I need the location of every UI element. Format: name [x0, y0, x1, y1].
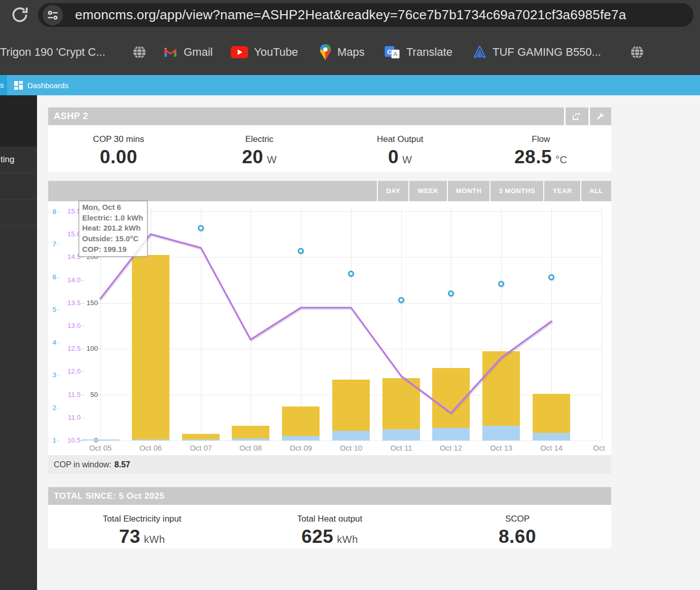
stat-label: COP 30 mins: [48, 134, 189, 144]
cop-axis-tick-mark: [57, 408, 60, 409]
emoncms-navbar: s Dashboards: [0, 75, 700, 95]
sidebar-item-heating[interactable]: ting: [0, 146, 37, 173]
x-axis-label: Oct 11: [383, 444, 419, 452]
stats-row: COP 30 mins0.00Electric20WHeat Output0WF…: [48, 125, 611, 172]
dashboards-label: Dashboards: [27, 81, 68, 90]
nav-item-dashboards[interactable]: Dashboards: [14, 75, 68, 95]
stat-value: 625kWh: [236, 526, 424, 547]
cop-scatter-point: [398, 297, 404, 303]
x-axis-label: Oct 10: [333, 444, 369, 452]
dashboards-grid-icon: [14, 81, 23, 90]
temp-axis-tick: 13.0: [57, 322, 81, 329]
bar-electric: [182, 439, 220, 440]
url-text: emoncms.org/app/view?name=ASHP2Heat&read…: [75, 7, 626, 23]
range-button-all[interactable]: ALL: [580, 181, 611, 201]
bookmark-label: Gmail: [184, 46, 213, 59]
stat-unit: W: [402, 154, 412, 165]
stat-number: 625: [301, 526, 333, 547]
x-axis-label: Oct 06: [133, 444, 168, 452]
x-axis-label-overflow: Oct: [581, 444, 617, 452]
stat-number: 20: [242, 146, 263, 167]
temp-axis-tick-mark: [82, 372, 84, 372]
gmail-icon: [163, 47, 178, 57]
temp-axis-tick: 12.0: [57, 367, 81, 375]
stat-value: 73kWh: [48, 526, 236, 547]
url-bar[interactable]: emoncms.org/app/view?name=ASHP2Heat&read…: [38, 3, 693, 27]
bar-electric: [482, 426, 520, 440]
cop-scatter-point: [548, 274, 554, 280]
bookmark-gmail[interactable]: Gmail: [163, 30, 213, 73]
x-axis-label: Oct 12: [433, 444, 469, 452]
bar-heat: [533, 394, 570, 433]
cop-axis-tick-mark: [57, 310, 60, 310]
x-axis-label: Oct 13: [483, 444, 519, 452]
bookmark-translate[interactable]: GATranslate: [384, 30, 452, 73]
temp-axis-tick: 11.5: [57, 391, 81, 398]
cop-axis-tick-mark: [57, 440, 60, 441]
sidebar-selected-block[interactable]: [0, 95, 37, 146]
cop-window-label: COP in window:: [54, 460, 112, 469]
bookmark-youtube[interactable]: YouTube: [231, 30, 298, 73]
bookmark-globe-icon[interactable]: [133, 30, 146, 73]
bookmark-globe-icon[interactable]: [631, 30, 644, 73]
globe-icon: [133, 46, 146, 59]
cop-axis-tick-mark: [57, 277, 60, 278]
bar-heat: [182, 434, 220, 439]
refresh-export-icon[interactable]: [564, 107, 587, 125]
stat-unit: kWh: [337, 534, 358, 545]
tune-icon[interactable]: [43, 5, 63, 25]
temp-axis-tick: 11.0: [57, 414, 81, 421]
cop-scatter-point: [298, 248, 304, 254]
bar-electric: [82, 439, 119, 440]
range-button-day[interactable]: DAY: [377, 181, 408, 201]
kwh-axis-tick-mark: [98, 349, 100, 349]
bookmark-trigon-190-crypt-c[interactable]: Trigon 190 'Crypt C...: [0, 30, 106, 73]
stat-unit: kWh: [144, 534, 165, 545]
stat-number: 0.00: [100, 146, 137, 167]
x-axis-label: Oct 14: [534, 444, 569, 452]
kwh-axis-tick-mark: [98, 395, 100, 395]
cop-axis-tick: 5: [46, 306, 56, 313]
range-button-month[interactable]: MONTH: [447, 181, 490, 201]
stat-total-electricity-input: Total Electricity input73kWh: [48, 505, 236, 548]
gridline-horizontal: [100, 257, 602, 257]
cop-scatter-point: [198, 225, 204, 231]
cop-scatter-point: [448, 290, 454, 297]
stat-unit: W: [267, 154, 276, 165]
gridline-vertical: [602, 208, 602, 440]
stat-number: 73: [119, 526, 141, 547]
gridline-horizontal: [100, 211, 602, 212]
bookmark-tuf-gaming-b550[interactable]: TUF GAMING B550...: [473, 30, 601, 73]
stat-number: 28.5: [514, 146, 552, 167]
nav-item-partial[interactable]: s: [0, 75, 7, 95]
range-button-3-months[interactable]: 3 MONTHS: [489, 181, 543, 201]
temp-axis-tick-mark: [82, 395, 84, 395]
chart-plot[interactable]: 05010015020025010.511.011.512.012.513.01…: [48, 201, 611, 455]
panel-title: ASHP 2: [54, 107, 611, 125]
sidebar-item[interactable]: [0, 173, 37, 200]
x-axis-label: Oct 05: [83, 444, 118, 452]
totals-header: TOTAL SINCE: 5 Oct 2025: [48, 487, 611, 505]
gridline-vertical: [301, 208, 301, 440]
totals-header-text: TOTAL SINCE: 5 Oct 2025: [54, 487, 611, 505]
bookmark-label: Trigon 190 'Crypt C...: [0, 46, 106, 59]
bar-heat: [232, 426, 269, 438]
bookmark-maps[interactable]: Maps: [320, 30, 365, 73]
range-button-year[interactable]: YEAR: [543, 181, 580, 201]
temp-axis-tick-mark: [82, 440, 84, 441]
cop-axis-tick: 4: [46, 339, 56, 346]
reload-icon[interactable]: [10, 5, 29, 24]
stat-number: 8.60: [499, 526, 536, 547]
wrench-icon[interactable]: [588, 107, 611, 125]
stat-scop: SCOP8.60: [424, 505, 611, 548]
range-button-week[interactable]: WEEK: [408, 181, 446, 201]
stat-value: 0.00: [48, 146, 189, 168]
stat-electric: Electric20W: [189, 125, 330, 172]
cop-axis-tick-mark: [57, 244, 60, 245]
stat-label: Total Heat output: [236, 514, 424, 524]
cop-axis-tick: 2: [46, 404, 56, 412]
cop-axis-tick: 8: [46, 208, 56, 215]
tooltip-line: COP: 199.19: [82, 244, 143, 255]
sidebar-item[interactable]: [0, 199, 37, 226]
cop-scatter-point: [498, 281, 504, 287]
